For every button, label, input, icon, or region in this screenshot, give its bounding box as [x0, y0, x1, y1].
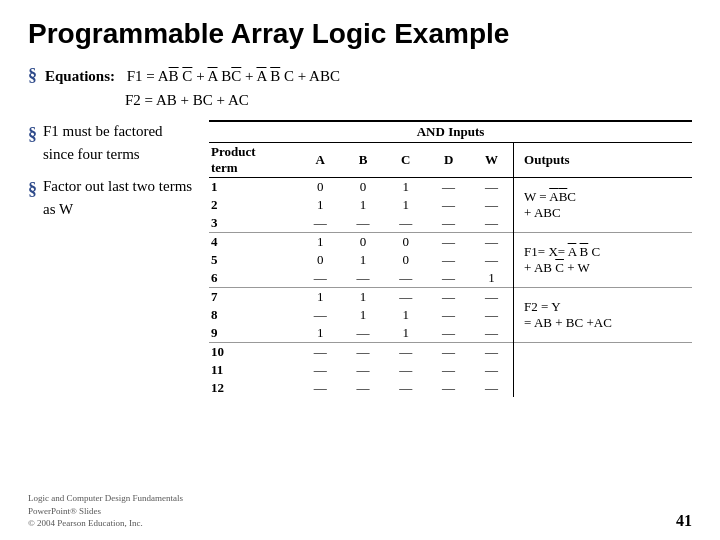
td-W: —: [470, 214, 514, 233]
td-W: —: [470, 306, 514, 324]
bullet-item-1: § F1 must be factored since four terms: [28, 120, 193, 165]
bullet-2: §: [28, 176, 37, 203]
footer-line1: Logic and Computer Design Fundamentals: [28, 492, 183, 505]
td-B: 0: [342, 178, 385, 197]
truth-table: Productterm A B C D W Outputs 1 0 0: [209, 143, 692, 397]
td-B: —: [342, 343, 385, 362]
eq-f1-line: Equations: F1 = AB C + A BC + A B C + AB…: [45, 64, 340, 88]
td-D: —: [427, 324, 470, 343]
td-A: 0: [299, 178, 342, 197]
td-term: 10: [209, 343, 299, 362]
th-product-term: Productterm: [209, 143, 299, 178]
td-B: 1: [342, 196, 385, 214]
td-D: —: [427, 178, 470, 197]
td-C: 1: [384, 306, 427, 324]
td-W: —: [470, 324, 514, 343]
td-output-3: F2 = Y= AB + BC +AC: [514, 288, 692, 343]
td-D: —: [427, 233, 470, 252]
td-term: 7: [209, 288, 299, 307]
td-A: 1: [299, 288, 342, 307]
page: Programmable Array Logic Example § Equat…: [0, 0, 720, 540]
and-inputs-header: AND Inputs: [209, 120, 692, 143]
th-A: A: [299, 143, 342, 178]
td-D: —: [427, 379, 470, 397]
td-A: 0: [299, 251, 342, 269]
td-D: —: [427, 306, 470, 324]
output-2-text: F1= X= A B C+ AB C + W: [524, 244, 600, 275]
td-term: 12: [209, 379, 299, 397]
td-W: 1: [470, 269, 514, 288]
td-A: —: [299, 214, 342, 233]
td-D: —: [427, 269, 470, 288]
td-C: —: [384, 379, 427, 397]
td-B: 1: [342, 288, 385, 307]
td-term: 3: [209, 214, 299, 233]
td-B: 1: [342, 251, 385, 269]
td-C: 1: [384, 324, 427, 343]
td-B: —: [342, 379, 385, 397]
td-D: —: [427, 214, 470, 233]
td-C: 1: [384, 178, 427, 197]
td-W: —: [470, 251, 514, 269]
td-A: 1: [299, 233, 342, 252]
td-W: —: [470, 178, 514, 197]
th-W: W: [470, 143, 514, 178]
td-B: —: [342, 269, 385, 288]
td-term: 6: [209, 269, 299, 288]
td-term: 4: [209, 233, 299, 252]
td-W: —: [470, 288, 514, 307]
td-B: —: [342, 214, 385, 233]
td-term: 9: [209, 324, 299, 343]
output-3-text: F2 = Y= AB + BC +AC: [524, 299, 612, 330]
td-D: —: [427, 343, 470, 362]
page-number: 41: [676, 512, 692, 530]
td-W: —: [470, 361, 514, 379]
td-output-4: [514, 343, 692, 398]
bullet-1: §: [28, 121, 37, 148]
td-output-2: F1= X= A B C+ AB C + W: [514, 233, 692, 288]
td-D: —: [427, 361, 470, 379]
td-W: —: [470, 196, 514, 214]
th-D: D: [427, 143, 470, 178]
truth-table-area: AND Inputs Productterm A B C D W Outputs: [209, 120, 692, 397]
td-W: —: [470, 379, 514, 397]
td-W: —: [470, 343, 514, 362]
page-title: Programmable Array Logic Example: [28, 18, 692, 50]
table-row: 4 1 0 0 — — F1= X= A B C+ AB C + W: [209, 233, 692, 252]
td-C: —: [384, 269, 427, 288]
table-row: 7 1 1 — — — F2 = Y= AB + BC +AC: [209, 288, 692, 307]
footer: Logic and Computer Design Fundamentals P…: [28, 492, 692, 530]
td-A: 1: [299, 196, 342, 214]
f1-label: F1 = AB C + A BC + A B C + ABC: [127, 64, 340, 88]
f2-label: F2 = AB + BC + AC: [125, 88, 249, 112]
td-D: —: [427, 251, 470, 269]
th-C: C: [384, 143, 427, 178]
td-W: —: [470, 233, 514, 252]
td-C: —: [384, 361, 427, 379]
td-B: —: [342, 361, 385, 379]
td-term: 1: [209, 178, 299, 197]
footer-left: Logic and Computer Design Fundamentals P…: [28, 492, 183, 530]
equations-block: Equations: F1 = AB C + A BC + A B C + AB…: [45, 64, 340, 112]
td-term: 11: [209, 361, 299, 379]
main-content: § F1 must be factored since four terms §…: [28, 120, 692, 397]
td-D: —: [427, 288, 470, 307]
table-row: 1 0 0 1 — — W = ABC+ ABC: [209, 178, 692, 197]
footer-line3: © 2004 Pearson Education, Inc.: [28, 517, 183, 530]
equations-label: Equations:: [45, 64, 115, 88]
td-output-1: W = ABC+ ABC: [514, 178, 692, 233]
td-C: 1: [384, 196, 427, 214]
bullet-2-text: Factor out last two terms as W: [43, 175, 193, 220]
td-A: —: [299, 306, 342, 324]
eq-f2-line: F2 = AB + BC + AC: [45, 88, 340, 112]
equations-section: § Equations: F1 = AB C + A BC + A B C + …: [28, 64, 692, 112]
table-header-row: Productterm A B C D W Outputs: [209, 143, 692, 178]
td-term: 2: [209, 196, 299, 214]
td-B: 1: [342, 306, 385, 324]
td-A: —: [299, 343, 342, 362]
td-B: 0: [342, 233, 385, 252]
td-D: —: [427, 196, 470, 214]
td-term: 5: [209, 251, 299, 269]
td-A: —: [299, 361, 342, 379]
th-outputs: Outputs: [514, 143, 692, 178]
